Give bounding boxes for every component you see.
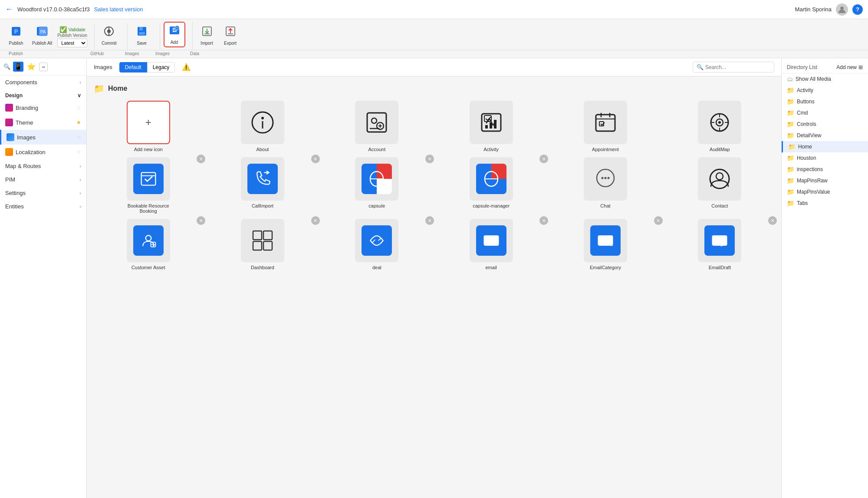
dir-item-mappinsraw[interactable]: 📁 MapPinsRaw xyxy=(782,175,868,186)
capsule-svg-overlay xyxy=(362,164,392,194)
svg-point-57 xyxy=(607,177,609,179)
sidebar-item-components[interactable]: Components › xyxy=(0,76,86,89)
emailcategory-remove-btn[interactable]: × xyxy=(654,216,663,225)
emailcategory-cell: × EmailCategory xyxy=(551,219,660,270)
version-link[interactable]: Sales latest version xyxy=(94,6,143,13)
emaildraft-remove-btn[interactable]: × xyxy=(768,216,777,225)
deal-remove-btn[interactable]: × xyxy=(425,216,434,225)
add-new-directory-button[interactable]: Add new ⊞ xyxy=(836,64,863,70)
theme-icon xyxy=(5,119,13,126)
images-icon xyxy=(7,133,14,141)
theme-star-icon[interactable]: ★ xyxy=(76,119,81,125)
sidebar-item-branding[interactable]: Branding ☆ xyxy=(0,100,86,115)
bookable-remove-btn[interactable]: × xyxy=(197,155,205,163)
dir-item-tabs[interactable]: 📁 Tabs xyxy=(782,198,868,209)
sidebar-item-theme[interactable]: Theme ★ xyxy=(0,115,86,130)
account-icon-box xyxy=(355,101,398,144)
capsule-manager-remove-btn[interactable]: × xyxy=(539,155,548,163)
publish-version-select[interactable]: Latest Stable xyxy=(57,39,87,47)
publish-all-button[interactable]: PA Publish All xyxy=(29,23,56,47)
dir-item-houston[interactable]: 📁 Houston xyxy=(782,152,868,164)
dashboard-remove-btn[interactable]: × xyxy=(311,216,320,225)
svg-point-56 xyxy=(604,177,606,179)
dir-item-home[interactable]: 📁 Home xyxy=(782,141,868,152)
collapse-button[interactable]: − xyxy=(39,63,48,71)
dir-item-inspections[interactable]: 📁 inspections xyxy=(782,164,868,175)
main-layout: 🔍 📱 ⭐ − Components › Design ∨ Branding ☆ xyxy=(0,58,868,498)
account-label: Account xyxy=(368,147,385,152)
settings-label: Settings xyxy=(5,190,26,196)
directory-list-title: Directory List xyxy=(787,64,817,70)
validate-group: ✅ Validate Publish Version Latest Stable xyxy=(57,26,87,47)
activity-label: Activity xyxy=(483,147,499,152)
back-button[interactable]: ← xyxy=(5,5,13,14)
callimport-icon-box xyxy=(241,157,284,201)
folder-icon-buttons: 📁 xyxy=(787,98,794,105)
folder-icon-controls: 📁 xyxy=(787,121,794,128)
sidebar-view-icons: 📱 ⭐ xyxy=(13,62,36,72)
tab-default[interactable]: Default xyxy=(119,62,147,73)
sidebar-item-entities[interactable]: Entities › xyxy=(0,200,86,213)
customer-asset-label: Customer Asset xyxy=(132,265,165,270)
export-button[interactable]: Export xyxy=(220,23,241,47)
dir-item-detailview[interactable]: 📁 DetailView xyxy=(782,130,868,141)
callimport-svg xyxy=(254,170,271,188)
validate-label[interactable]: Validate xyxy=(69,27,85,32)
dir-label-mappinsraw: MapPinsRaw xyxy=(797,178,828,184)
localization-star-icon[interactable]: ☆ xyxy=(76,149,81,155)
content-search-input[interactable] xyxy=(705,64,770,70)
tab-legacy[interactable]: Legacy xyxy=(147,62,175,73)
dir-item-cmd[interactable]: 📁 Cmd xyxy=(782,107,868,119)
contact-label: Contact xyxy=(711,203,728,208)
import-button[interactable]: Import xyxy=(196,23,218,47)
activity-svg-icon xyxy=(478,109,504,135)
capsule-remove-btn[interactable]: × xyxy=(425,155,434,163)
sidebar-item-map-routes[interactable]: Map & Routes › xyxy=(0,159,86,173)
svg-rect-66 xyxy=(253,241,262,250)
chevron-right-icon: › xyxy=(79,79,81,86)
commit-button[interactable]: Commit xyxy=(98,23,120,47)
add-new-icon-box[interactable]: + xyxy=(127,101,170,144)
folder-name: Home xyxy=(108,85,127,92)
folder-icon-inspections: 📁 xyxy=(787,166,794,173)
images-star-icon[interactable]: ☆ xyxy=(76,134,81,140)
about-icon-box xyxy=(241,101,284,144)
emailcategory-icon-box xyxy=(584,219,627,262)
dir-item-buttons[interactable]: 📁 Buttons xyxy=(782,96,868,107)
save-button[interactable]: Save xyxy=(131,23,153,47)
svg-rect-65 xyxy=(263,231,272,240)
dir-item-mappinsvalue[interactable]: 📁 MapPinsValue xyxy=(782,186,868,198)
dir-label-show-all: Show All Media xyxy=(796,76,831,82)
sidebar-item-settings[interactable]: Settings › xyxy=(0,186,86,200)
svg-point-60 xyxy=(145,235,151,241)
svg-point-48 xyxy=(718,121,721,124)
callimport-remove-btn[interactable]: × xyxy=(311,155,320,163)
dir-item-activity[interactable]: 📁 Activity xyxy=(782,85,868,96)
star-icon[interactable]: ⭐ xyxy=(26,62,36,72)
sidebar-item-images[interactable]: Images ☆ xyxy=(0,130,86,145)
svg-rect-33 xyxy=(485,125,488,129)
dir-item-controls[interactable]: 📁 Controls xyxy=(782,119,868,130)
add-button[interactable]: 🖼 + Add xyxy=(164,22,185,47)
dir-item-show-all[interactable]: 🗂 Show All Media xyxy=(782,73,868,85)
dashboard-label: Dashboard xyxy=(251,265,274,270)
customer-asset-cell: × Customer Asset xyxy=(94,219,203,270)
data-section-label: Data xyxy=(187,50,203,58)
email-icon-box xyxy=(470,219,513,262)
branding-label: Branding xyxy=(16,105,38,111)
sidebar-item-localization[interactable]: Localization ☆ xyxy=(0,145,86,159)
mobile-view-icon[interactable]: 📱 xyxy=(13,62,23,72)
publish-button[interactable]: P Publish xyxy=(5,23,27,47)
about-cell: About xyxy=(208,101,317,152)
folder-icon-houston: 📁 xyxy=(787,155,794,162)
content-search-box: 🔍 xyxy=(693,62,774,73)
email-remove-btn[interactable]: × xyxy=(539,216,548,225)
customer-asset-remove-btn[interactable]: × xyxy=(197,216,205,225)
entities-label: Entities xyxy=(5,203,24,210)
capsule-container xyxy=(362,164,392,194)
add-new-icon: ⊞ xyxy=(858,64,863,70)
help-button[interactable]: ? xyxy=(852,4,863,15)
email-cell: × email xyxy=(437,219,546,270)
branding-star-icon[interactable]: ☆ xyxy=(76,105,81,111)
sidebar-item-pim[interactable]: PIM › xyxy=(0,173,86,186)
